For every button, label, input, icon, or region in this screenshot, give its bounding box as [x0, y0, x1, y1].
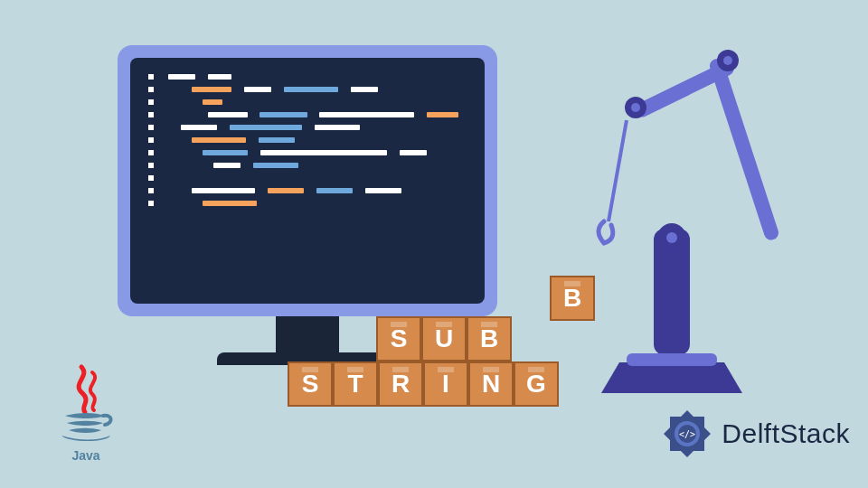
code-line: [148, 137, 467, 143]
letter-boxes-stack: SUB STRING: [288, 316, 559, 407]
code-line: [148, 150, 467, 155]
code-line: [148, 188, 467, 193]
code-token: [316, 188, 353, 193]
letter-box-char: N: [482, 370, 500, 399]
code-token: [260, 150, 387, 155]
code-token: [319, 112, 414, 117]
svg-rect-3: [708, 57, 780, 242]
code-line: [148, 87, 467, 92]
code-token: [315, 125, 360, 130]
code-line: [148, 99, 467, 105]
letter-box: B: [467, 316, 512, 361]
svg-point-5: [723, 56, 732, 65]
gutter-dot-icon: [148, 150, 154, 155]
letter-box: N: [468, 361, 514, 407]
code-token: [244, 87, 271, 92]
letter-box-char: T: [347, 370, 363, 399]
letter-box-char: U: [435, 324, 453, 353]
code-token: [213, 163, 241, 168]
svg-line-6: [609, 120, 627, 221]
delftstack-icon: </>: [660, 407, 714, 461]
letter-box-char: G: [526, 370, 546, 399]
code-token: [192, 87, 231, 92]
monitor-frame: [118, 45, 497, 316]
delftstack-logo-text: DelftStack: [722, 418, 850, 449]
code-token: [351, 87, 378, 92]
code-line: [148, 112, 467, 117]
java-logo-text: Java: [32, 448, 140, 463]
letter-box: I: [423, 361, 468, 407]
letter-box-char: S: [391, 324, 408, 353]
code-line: [148, 201, 467, 206]
code-token: [365, 188, 401, 193]
svg-point-9: [666, 232, 677, 243]
letter-box: T: [333, 361, 378, 407]
letter-box: U: [421, 316, 467, 361]
delftstack-logo: </> DelftStack: [660, 407, 850, 461]
java-steam-cup-icon: [54, 363, 118, 445]
code-token: [253, 163, 298, 168]
code-token: [400, 150, 427, 155]
gutter-dot-icon: [148, 74, 154, 80]
gutter-dot-icon: [148, 112, 154, 117]
letter-box: R: [378, 361, 423, 407]
svg-text:</>: </>: [679, 429, 695, 439]
code-line: [148, 175, 467, 181]
code-token: [230, 125, 302, 130]
code-token: [168, 74, 195, 80]
robot-arm: [556, 95, 782, 411]
code-token: [259, 112, 307, 117]
code-token: [208, 112, 248, 117]
gutter-dot-icon: [148, 87, 154, 92]
gutter-dot-icon: [148, 137, 154, 143]
code-token: [181, 125, 217, 130]
code-token: [192, 188, 255, 193]
gutter-dot-icon: [148, 99, 154, 105]
code-token: [259, 137, 295, 143]
code-token: [203, 99, 222, 105]
code-token: [268, 188, 304, 193]
gutter-dot-icon: [148, 163, 154, 168]
letter-box-char: S: [302, 370, 319, 399]
code-token: [427, 112, 458, 117]
letter-box-char: B: [480, 324, 498, 353]
code-line: [148, 125, 467, 130]
code-token: [192, 137, 246, 143]
letter-box-char: I: [442, 370, 449, 399]
monitor-screen: [130, 58, 485, 304]
svg-point-2: [631, 103, 640, 112]
letter-box: G: [514, 361, 559, 407]
gutter-dot-icon: [148, 125, 154, 130]
letter-box-char: R: [392, 370, 410, 399]
gutter-dot-icon: [148, 175, 154, 181]
gutter-dot-icon: [148, 188, 154, 193]
letter-box: S: [288, 361, 333, 407]
gutter-dot-icon: [148, 201, 154, 206]
code-line: [148, 163, 467, 168]
svg-rect-10: [627, 353, 717, 366]
code-token: [203, 150, 248, 155]
java-logo: Java: [32, 363, 140, 463]
code-token: [208, 74, 231, 80]
letter-box: S: [376, 316, 421, 361]
code-line: [148, 74, 467, 80]
code-token: [284, 87, 338, 92]
code-token: [203, 201, 257, 206]
